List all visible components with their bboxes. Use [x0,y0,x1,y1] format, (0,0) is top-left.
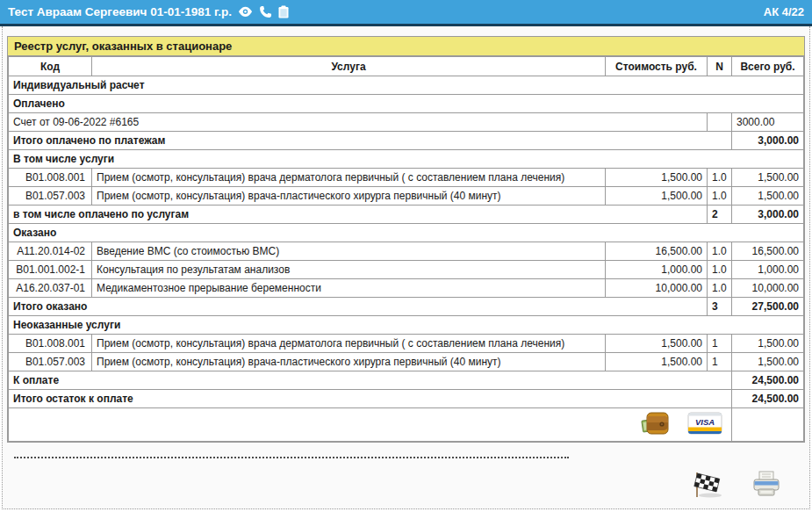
table-row-service: В01.008.001Прием (осмотр, консультация) … [9,335,804,353]
service-price: 1,500.00 [606,187,708,206]
payment-qty [708,113,732,132]
ak-badge: АК 4/22 [764,5,804,18]
service-total: 1,500.00 [732,169,804,187]
service-price: 1,500.00 [606,335,708,353]
service-qty: 1.0 [708,187,732,206]
payment-label: Счет от 09-06-2022 #6165 [9,113,708,132]
service-name: Консультация по результатам анализов [92,261,606,279]
total-label: Итого остаток к оплате [9,390,732,408]
service-total: 16,500.00 [732,242,804,261]
total-label: Итого оказано [9,298,708,316]
total-label: К оплате [9,371,732,390]
section-label: Индивидуальный расчет [9,76,804,95]
total-amount: 24,500.00 [732,371,804,390]
content-area: Реестр услуг, оказанных в стационаре Код… [2,26,810,509]
clipboard-icon[interactable] [278,5,289,18]
service-name: Прием (осмотр, консультация) врача-пласт… [92,353,606,371]
panel-title: Реестр услуг, оказанных в стационаре [8,37,804,56]
service-price: 10,000.00 [606,279,708,298]
total-amount: 27,500.00 [732,298,804,316]
splitter-handle[interactable] [14,457,569,458]
total-amount: 3,000.00 [732,206,804,224]
service-qty: 1.0 [708,169,732,187]
table-row-service: А16.20.037-01Медикаментозное прерывание … [9,279,804,298]
total-amount: 3,000.00 [732,132,804,150]
payment-icons-total-cell [732,408,804,442]
payment-icons-cell: VISA [9,408,732,442]
service-code: А11.20.014-02 [9,242,92,261]
table-row-total: К оплате24,500.00 [9,371,804,390]
table-row-section: Неоказанные услуги [9,316,804,335]
table-row-section: Оплачено [9,95,804,113]
total-qty: 2 [708,206,732,224]
service-qty: 1 [708,335,732,353]
total-label: Итого оплачено по платежам [9,132,732,150]
payment-total: 3000.00 [732,113,804,132]
printer-icon[interactable] [751,470,782,500]
payment-icons-row: VISA [9,408,804,442]
finish-flag-icon[interactable] [691,470,726,500]
table-row-service: В01.001.002-1Консультация по результатам… [9,261,804,279]
total-label: в том числе оплачено по услугам [9,206,708,224]
service-price: 16,500.00 [606,242,708,261]
col-header-service: Услуга [92,57,606,76]
table-row-total: Итого оказано327,500.00 [9,298,804,316]
service-name: Прием (осмотр, консультация) врача дерма… [92,335,606,353]
service-name: Медикаментозное прерывание беременности [92,279,606,298]
section-label: Оказано [9,224,804,242]
total-amount: 24,500.00 [732,390,804,408]
table-row-section: В том числе услуги [9,150,804,169]
service-code: В01.008.001 [9,335,92,353]
svg-text:VISA: VISA [695,417,715,427]
service-code: В01.001.002-1 [9,261,92,279]
service-price: 1,000.00 [606,261,708,279]
table-row-section: Оказано [9,224,804,242]
col-header-code: Код [9,57,92,76]
service-total: 1,000.00 [732,261,804,279]
table-row-total: в том числе оплачено по услугам23,000.00 [9,206,804,224]
patient-name: Тест Авраам Сергеевич 01-01-1981 г.р. [8,5,232,18]
patient-header-bar: Тест Авраам Сергеевич 01-01-1981 г.р. АК… [0,0,812,26]
service-name: Введение ВМС (со стоимостью ВМС) [92,242,606,261]
col-header-price: Стоимость руб. [606,57,708,76]
table-row-service: В01.057.003Прием (осмотр, консультация) … [9,353,804,371]
service-total: 1,500.00 [732,335,804,353]
table-row-service: В01.057.003Прием (осмотр, консультация) … [9,187,804,206]
table-header-row: Код Услуга Стоимость руб. N Всего руб. [9,57,804,76]
table-row-payment: Счет от 09-06-2022 #61653000.00 [9,113,804,132]
service-qty: 1 [708,353,732,371]
service-code: В01.057.003 [9,353,92,371]
total-qty: 3 [708,298,732,316]
service-code: В01.008.001 [9,169,92,187]
table-row-section: Индивидуальный расчет [9,76,804,95]
wallet-icon[interactable] [641,410,671,439]
service-price: 1,500.00 [606,169,708,187]
service-code: В01.057.003 [9,187,92,206]
service-qty: 1.0 [708,261,732,279]
service-code: А16.20.037-01 [9,279,92,298]
section-label: Оплачено [9,95,804,113]
service-qty: 1.0 [708,242,732,261]
service-price: 1,500.00 [606,353,708,371]
footer-actions [7,470,805,500]
section-label: Неоказанные услуги [9,316,804,335]
table-row-service: В01.008.001Прием (осмотр, консультация) … [9,169,804,187]
visa-icon[interactable]: VISA [687,411,722,438]
service-name: Прием (осмотр, консультация) врача дерма… [92,169,606,187]
table-row-service: А11.20.014-02Введение ВМС (со стоимостью… [9,242,804,261]
col-header-total: Всего руб. [732,57,804,76]
service-total: 1,500.00 [732,353,804,371]
service-total: 1,500.00 [732,187,804,206]
services-table-body: Индивидуальный расчетОплаченоСчет от 09-… [9,76,804,442]
section-label: В том числе услуги [9,150,804,169]
eye-icon[interactable] [238,6,253,18]
table-row-total: Итого оплачено по платежам3,000.00 [9,132,804,150]
services-panel: Реестр услуг, оказанных в стационаре Код… [7,36,805,443]
services-table: Код Услуга Стоимость руб. N Всего руб. И… [8,56,804,442]
service-qty: 1.0 [708,279,732,298]
col-header-n: N [708,57,732,76]
service-total: 10,000.00 [732,279,804,298]
service-name: Прием (осмотр, консультация) врача-пласт… [92,187,606,206]
phone-icon[interactable] [259,5,272,18]
table-row-total: Итого остаток к оплате24,500.00 [9,390,804,408]
